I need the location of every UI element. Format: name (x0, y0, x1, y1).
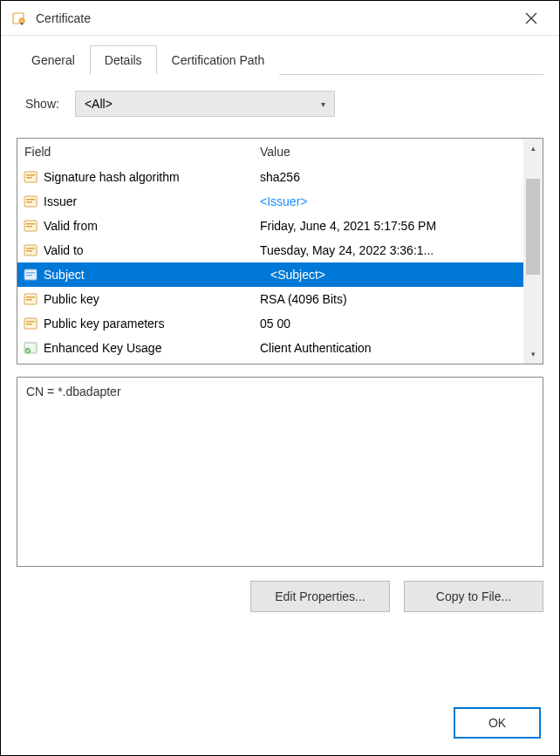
scroll-track[interactable] (523, 158, 543, 344)
title-bar: Certificate (1, 1, 559, 36)
scroll-thumb[interactable] (526, 179, 540, 275)
chevron-down-icon: ▾ (321, 99, 325, 109)
show-label: Show: (25, 97, 59, 111)
show-selected-value: <All> (85, 97, 113, 111)
show-dropdown[interactable]: <All> ▾ (75, 91, 335, 117)
detail-textbox[interactable]: CN = *.dbadapter (17, 377, 543, 567)
list-row-valid-to[interactable]: Valid to Tuesday, May 24, 2022 3:36:1... (17, 238, 523, 262)
svg-rect-18 (26, 296, 35, 298)
svg-rect-16 (26, 275, 32, 276)
col-header-field[interactable]: Field (17, 145, 253, 159)
col-header-value[interactable]: Value (253, 145, 523, 159)
svg-rect-19 (26, 299, 32, 301)
svg-rect-15 (26, 272, 35, 274)
svg-rect-7 (26, 201, 32, 203)
property-icon (23, 194, 38, 209)
tab-certification-path[interactable]: Certification Path (157, 45, 280, 75)
dialog-content: General Details Certification Path Show:… (1, 36, 559, 628)
certificate-icon (11, 10, 27, 26)
svg-rect-22 (26, 324, 32, 325)
property-icon (23, 218, 38, 234)
field-label: Issuer (44, 194, 77, 208)
copy-to-file-button[interactable]: Copy to File... (404, 581, 543, 612)
svg-rect-12 (26, 248, 35, 249)
field-value: <Subject> (253, 268, 523, 282)
tab-strip: General Details Certification Path (17, 44, 543, 75)
svg-rect-3 (26, 174, 35, 176)
field-value: Tuesday, May 24, 2022 3:36:1... (253, 243, 523, 257)
svg-rect-4 (26, 177, 32, 179)
field-value: Client Authentication (253, 341, 523, 355)
field-list-panel: Field Value Signature hash algorithm sha… (17, 138, 543, 364)
ok-button[interactable]: OK (454, 707, 541, 739)
show-filter-row: Show: <All> ▾ (17, 91, 543, 117)
extension-icon (23, 340, 38, 356)
property-icon (23, 169, 38, 185)
detail-text: CN = *.dbadapter (26, 385, 121, 398)
dialog-footer: OK (454, 707, 541, 739)
edit-properties-button[interactable]: Edit Properties... (250, 581, 390, 612)
field-label: Public key (44, 292, 99, 306)
list-row-sig-hash[interactable]: Signature hash algorithm sha256 (17, 165, 523, 189)
field-label: Subject (44, 268, 85, 282)
tab-details[interactable]: Details (90, 45, 157, 75)
list-row-eku[interactable]: Enhanced Key Usage Client Authentication (17, 336, 523, 360)
field-label: Public key parameters (44, 317, 165, 330)
svg-rect-9 (26, 223, 35, 225)
scrollbar-vertical[interactable]: ▴ ▾ (523, 139, 543, 364)
field-label: Valid to (44, 243, 84, 257)
scroll-down-icon[interactable]: ▾ (523, 344, 543, 364)
field-value: Friday, June 4, 2021 5:17:56 PM (253, 219, 523, 233)
svg-rect-6 (26, 199, 35, 201)
window-title: Certificate (36, 11, 514, 25)
svg-rect-13 (26, 250, 32, 252)
list-row-valid-from[interactable]: Valid from Friday, June 4, 2021 5:17:56 … (17, 214, 523, 238)
property-icon (23, 267, 38, 283)
field-label: Signature hash algorithm (44, 170, 180, 184)
list-header: Field Value (17, 139, 523, 165)
close-button[interactable] (514, 1, 549, 36)
field-value: sha256 (253, 170, 523, 184)
field-label: Enhanced Key Usage (44, 341, 161, 355)
field-value: RSA (4096 Bits) (253, 292, 523, 306)
list-row-issuer[interactable]: Issuer <Issuer> (17, 189, 523, 214)
property-icon (23, 316, 38, 331)
action-buttons: Edit Properties... Copy to File... (17, 581, 543, 612)
property-icon (23, 291, 38, 307)
svg-rect-10 (26, 226, 32, 228)
field-value: 05 00 (253, 317, 523, 330)
field-value: <Issuer> (253, 194, 523, 208)
list-row-subject[interactable]: Subject <Subject> (17, 262, 523, 287)
tab-general[interactable]: General (17, 45, 90, 75)
field-label: Valid from (44, 219, 98, 233)
svg-rect-21 (26, 321, 35, 323)
scroll-up-icon[interactable]: ▴ (523, 139, 543, 158)
property-icon (23, 242, 38, 258)
list-row-pk-params[interactable]: Public key parameters 05 00 (17, 311, 523, 336)
list-row-public-key[interactable]: Public key RSA (4096 Bits) (17, 287, 523, 311)
